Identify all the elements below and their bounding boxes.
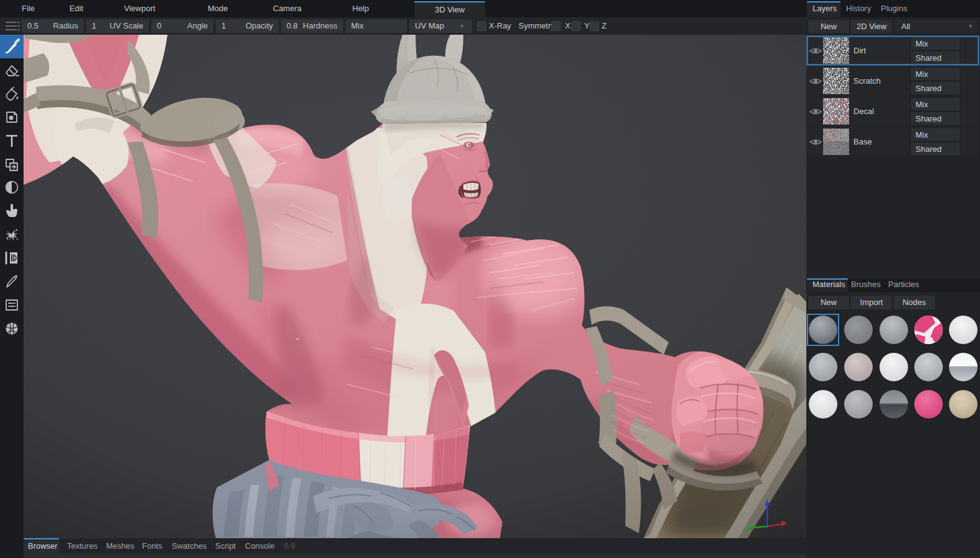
svg-text:Mix: Mix	[915, 130, 929, 140]
svg-text:Shared: Shared	[915, 84, 942, 93]
svg-text:Base: Base	[853, 137, 872, 146]
svg-text:Decal: Decal	[853, 107, 874, 116]
svg-text:Mix: Mix	[915, 39, 929, 48]
svg-text:Shared: Shared	[915, 114, 942, 123]
svg-text:Scratch: Scratch	[853, 76, 881, 86]
svg-text:Shared: Shared	[915, 53, 942, 63]
svg-text:Dirt: Dirt	[853, 46, 866, 55]
svg-text:Mix: Mix	[915, 69, 929, 79]
svg-text:Mix: Mix	[915, 100, 929, 109]
svg-text:Shared: Shared	[915, 144, 942, 154]
